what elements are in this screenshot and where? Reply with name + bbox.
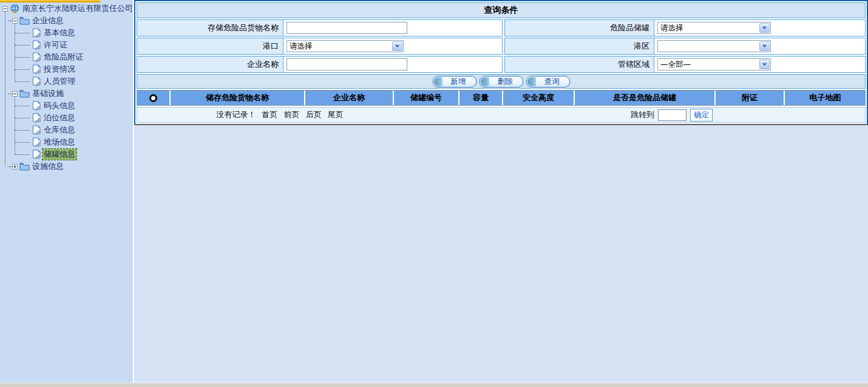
button-accent-block bbox=[434, 77, 442, 86]
folder-icon bbox=[19, 16, 30, 25]
page-title: 查询条件 bbox=[484, 5, 518, 16]
form-input-cell bbox=[654, 38, 865, 54]
add-button[interactable]: 新增 bbox=[433, 76, 476, 87]
sidebar-item-dangerous-goods-cert[interactable]: 危险品附证 bbox=[42, 52, 84, 63]
tank-label: 危险品储罐 bbox=[505, 20, 654, 36]
last-page-link[interactable]: 尾页 bbox=[328, 110, 344, 119]
column-header-safe-height: 安全高度 bbox=[503, 91, 575, 105]
column-header-is-dangerous-tank: 是否是危险品储罐 bbox=[575, 91, 716, 105]
tree-root-row: 南京长宁水陆联运有限责任公司 bbox=[0, 2, 133, 15]
horizontal-scrollbar-track[interactable] bbox=[0, 383, 868, 387]
form-cell-group: 存储危险品货物名称 bbox=[137, 19, 503, 36]
form-input-cell: 请选择 bbox=[283, 38, 502, 54]
chevron-down-icon[interactable] bbox=[759, 41, 770, 51]
document-icon bbox=[32, 28, 41, 38]
org-tree: 南京长宁水陆联运有限责任公司 企业信息 基本信息 bbox=[0, 0, 133, 173]
pagination-status: 没有记录！ 首页 前页 后页 尾页 bbox=[137, 109, 422, 120]
collapse-minus-icon[interactable] bbox=[12, 91, 18, 97]
next-page-link[interactable]: 后页 bbox=[306, 110, 322, 119]
document-icon bbox=[32, 40, 41, 50]
tree-leaf-row: 人员管理 bbox=[0, 75, 133, 87]
tank-select[interactable]: 请选择 bbox=[657, 22, 771, 34]
gold-accent-strip bbox=[0, 0, 100, 2]
form-input-cell bbox=[283, 20, 502, 36]
column-header-company: 企业名称 bbox=[305, 91, 394, 105]
sidebar-item-berth-info[interactable]: 泊位信息 bbox=[42, 112, 76, 123]
no-records-text: 没有记录！ bbox=[216, 110, 256, 119]
sidebar-item-infrastructure[interactable]: 基础设施 bbox=[31, 88, 65, 99]
form-cell-group: 港区 bbox=[504, 38, 866, 55]
document-icon bbox=[32, 52, 41, 62]
jump-page-input[interactable] bbox=[658, 109, 687, 121]
tree-root-label[interactable]: 南京长宁水陆联运有限责任公司 bbox=[21, 3, 133, 14]
form-cell-group: 港口 请选择 bbox=[137, 38, 503, 55]
button-accent-block bbox=[527, 77, 536, 86]
tree-leaf-row: 泊位信息 bbox=[0, 112, 133, 124]
results-table-header: 储存危险货物名称 企业名称 储罐编号 容量 安全高度 是否是危险品储罐 附证 电… bbox=[137, 90, 866, 106]
sidebar-item-yard-info[interactable]: 堆场信息 bbox=[42, 137, 76, 148]
folder-icon bbox=[19, 89, 30, 98]
form-cell-group: 管辖区域 —全部— bbox=[504, 56, 866, 73]
sidebar-item-facility-info[interactable]: 设施信息 bbox=[31, 161, 65, 172]
panel-title-bar: 查询条件 bbox=[137, 2, 866, 18]
port-area-select[interactable] bbox=[657, 40, 771, 52]
document-icon bbox=[32, 64, 41, 74]
document-icon bbox=[32, 149, 41, 159]
form-input-cell: —全部— bbox=[654, 57, 865, 72]
navigation-sidebar: 南京长宁水陆联运有限责任公司 企业信息 基本信息 bbox=[0, 0, 133, 383]
tree-leaf-row: 堆场信息 bbox=[0, 136, 133, 148]
region-select-value: —全部— bbox=[660, 60, 691, 70]
tree-leaf-row: 许可证 bbox=[0, 39, 133, 51]
document-icon bbox=[32, 101, 41, 111]
search-button[interactable]: 查询 bbox=[526, 76, 570, 87]
sidebar-item-investment[interactable]: 投资情况 bbox=[42, 64, 76, 75]
radio-circle-icon bbox=[149, 94, 157, 102]
region-select[interactable]: —全部— bbox=[657, 58, 771, 70]
sidebar-item-license[interactable]: 许可证 bbox=[42, 39, 69, 50]
company-name-input[interactable] bbox=[287, 58, 407, 70]
add-button-label: 新增 bbox=[451, 77, 466, 87]
sidebar-item-wharf-info[interactable]: 码头信息 bbox=[42, 100, 76, 111]
port-select-value: 请选择 bbox=[290, 41, 313, 52]
sidebar-item-warehouse-info[interactable]: 仓库信息 bbox=[42, 125, 76, 135]
collapse-minus-icon[interactable] bbox=[2, 6, 8, 12]
tank-select-value: 请选择 bbox=[660, 23, 683, 33]
select-all-column-header[interactable] bbox=[137, 91, 171, 105]
prev-page-link[interactable]: 前页 bbox=[284, 110, 300, 119]
cargo-name-input[interactable] bbox=[287, 22, 407, 34]
form-row: 企业名称 管辖区域 —全部— bbox=[137, 56, 866, 73]
port-label: 港口 bbox=[137, 38, 283, 54]
port-select[interactable]: 请选择 bbox=[287, 40, 404, 52]
form-cell-group: 危险品储罐 请选择 bbox=[504, 19, 866, 36]
jump-to-page-group: 跳转到 确定 bbox=[631, 109, 713, 122]
chevron-down-icon[interactable] bbox=[759, 23, 770, 33]
sidebar-item-tank-info[interactable]: 储罐信息 bbox=[42, 149, 76, 160]
cargo-name-label: 存储危险品货物名称 bbox=[137, 20, 283, 36]
tree-leaf-row: 基本信息 bbox=[0, 27, 133, 39]
region-label: 管辖区域 bbox=[505, 57, 654, 72]
chevron-down-icon[interactable] bbox=[392, 41, 402, 51]
sidebar-item-company-info[interactable]: 企业信息 bbox=[31, 15, 65, 26]
delete-button[interactable]: 删除 bbox=[480, 76, 523, 87]
tree-leaf-row: 储罐信息 bbox=[0, 148, 133, 160]
tree-leaf-row: 投资情况 bbox=[0, 63, 133, 75]
tree-leaf-row: 仓库信息 bbox=[0, 124, 133, 136]
first-page-link[interactable]: 首页 bbox=[262, 110, 277, 119]
sidebar-item-personnel[interactable]: 人员管理 bbox=[42, 76, 76, 87]
confirm-button[interactable]: 确定 bbox=[690, 109, 713, 122]
delete-button-label: 删除 bbox=[498, 77, 513, 87]
search-button-label: 查询 bbox=[544, 77, 560, 87]
expand-plus-icon[interactable] bbox=[12, 164, 18, 170]
form-input-cell bbox=[283, 57, 502, 72]
action-button-bar: 新增 删除 查询 bbox=[137, 74, 866, 89]
column-header-emap: 电子地图 bbox=[785, 91, 866, 105]
globe-icon bbox=[10, 4, 20, 14]
sidebar-item-basic-info[interactable]: 基本信息 bbox=[42, 27, 76, 38]
tree-leaf-row: 危险品附证 bbox=[0, 51, 133, 63]
jump-to-label: 跳转到 bbox=[631, 109, 654, 120]
column-header-capacity: 容量 bbox=[459, 91, 503, 105]
column-header-cargo-name: 储存危险货物名称 bbox=[171, 91, 305, 105]
tree-leaf-row: 码头信息 bbox=[0, 100, 133, 112]
chevron-down-icon[interactable] bbox=[759, 60, 770, 69]
collapse-minus-icon[interactable] bbox=[12, 18, 18, 24]
